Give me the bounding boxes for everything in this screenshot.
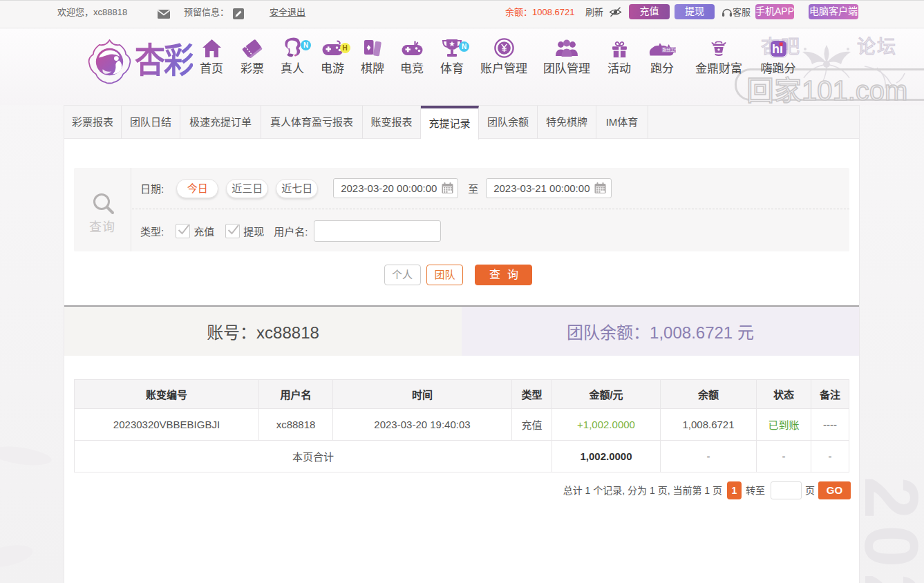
svg-text:跑分工作室: 跑分工作室	[662, 47, 677, 52]
